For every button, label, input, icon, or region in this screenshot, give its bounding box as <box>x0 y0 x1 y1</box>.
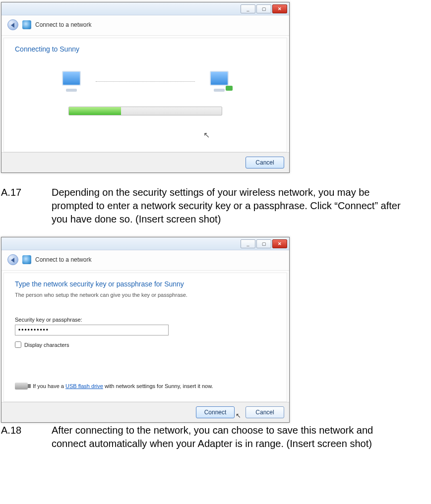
doc-item-text: Depending on the security settings of yo… <box>52 186 404 226</box>
display-characters-checkbox[interactable] <box>15 341 21 348</box>
minimize-button[interactable]: _ <box>241 4 255 13</box>
doc-item-a17: A.17 Depending on the security settings … <box>1 186 427 226</box>
maximize-button[interactable]: ▢ <box>256 4 271 13</box>
cursor-icon: ↖ <box>203 130 276 140</box>
remote-pc-icon <box>207 71 232 92</box>
dialog-title-text: Connect to a network <box>35 21 91 28</box>
doc-item-number: A.18 <box>1 424 36 450</box>
doc-item-text: After connecting to the network, you can… <box>52 424 404 450</box>
close-button[interactable]: ✕ <box>272 4 287 13</box>
dialog-footer: Cancel <box>1 152 289 172</box>
progress-bar <box>68 107 222 115</box>
usb-drive-icon <box>15 383 28 390</box>
key-subtext: The person who setup the network can giv… <box>15 292 276 298</box>
doc-item-number: A.17 <box>1 186 36 226</box>
dialog-content: Connecting to Sunny ↖ <box>3 38 287 152</box>
display-characters-row[interactable]: Display characters <box>15 341 276 348</box>
window-titlebar: _ ▢ ✕ <box>1 237 289 250</box>
back-icon[interactable] <box>7 254 18 265</box>
network-icon <box>22 20 31 29</box>
minimize-button[interactable]: _ <box>241 239 255 248</box>
password-label: Security key or passphrase: <box>15 317 276 323</box>
dialog-title-text: Connect to a network <box>35 256 91 263</box>
dialog-subheader: Connect to a network <box>1 15 289 36</box>
network-key-dialog: _ ▢ ✕ Connect to a network Type the netw… <box>1 237 290 423</box>
usb-hint-row: If you have a USB flash drive with netwo… <box>15 383 276 390</box>
window-titlebar: _ ▢ ✕ <box>1 2 289 15</box>
display-characters-label: Display characters <box>24 342 69 348</box>
cursor-icon: ↖ <box>236 413 243 418</box>
usb-hint-post: with network settings for Sunny, insert … <box>103 383 213 389</box>
dialog-content: Type the network security key or passphr… <box>3 273 287 402</box>
connection-illustration <box>15 71 276 92</box>
close-button[interactable]: ✕ <box>272 239 287 248</box>
connection-line-icon <box>96 81 195 82</box>
dialog-footer: Connect ↖ Cancel <box>1 402 289 422</box>
usb-hint-pre: If you have a <box>33 383 65 389</box>
local-pc-icon <box>59 71 84 92</box>
dialog-subheader: Connect to a network <box>1 250 289 271</box>
password-input[interactable] <box>15 325 169 336</box>
maximize-button[interactable]: ▢ <box>256 239 271 248</box>
connect-progress-dialog: _ ▢ ✕ Connect to a network Connecting to… <box>1 2 290 173</box>
usb-hint-text: If you have a USB flash drive with netwo… <box>33 383 213 389</box>
network-icon <box>22 255 31 264</box>
cancel-button[interactable]: Cancel <box>246 157 284 168</box>
key-heading: Type the network security key or passphr… <box>15 280 276 288</box>
doc-item-a18: A.18 After connecting to the network, yo… <box>1 424 427 450</box>
back-icon[interactable] <box>7 19 18 30</box>
cancel-button[interactable]: Cancel <box>246 406 284 418</box>
connect-button[interactable]: Connect <box>196 406 235 418</box>
connecting-heading: Connecting to Sunny <box>15 45 276 53</box>
usb-flash-drive-link[interactable]: USB flash drive <box>65 383 103 389</box>
